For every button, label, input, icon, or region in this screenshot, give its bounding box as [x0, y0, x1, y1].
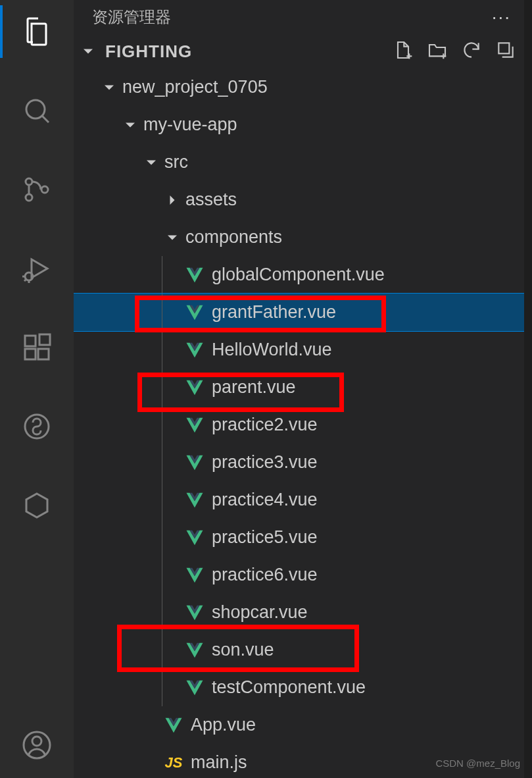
run-debug-tab-icon[interactable]	[0, 242, 74, 295]
file-label: testComponent.vue	[212, 677, 366, 698]
chevron-down-icon	[142, 153, 160, 172]
folder-label: components	[185, 227, 282, 247]
vue-file-icon	[184, 302, 205, 323]
chevron-down-icon	[100, 78, 118, 97]
collapse-all-icon[interactable]	[495, 39, 516, 63]
file-helloworld[interactable]: HelloWorld.vue	[74, 331, 524, 369]
file-practice2[interactable]: practice2.vue	[74, 406, 524, 444]
svg-rect-22	[498, 43, 509, 53]
file-shopcar[interactable]: shopcar.vue	[74, 594, 524, 631]
folder-new-project[interactable]: new_project_0705	[74, 68, 524, 106]
svg-point-17	[32, 737, 41, 746]
chevron-down-icon	[163, 228, 181, 247]
file-label: son.vue	[212, 640, 274, 660]
file-parent[interactable]: parent.vue	[74, 369, 524, 406]
folder-label: my-vue-app	[143, 115, 237, 135]
file-label: practice4.vue	[212, 490, 318, 510]
explorer-tab-icon[interactable]	[0, 5, 74, 58]
new-file-icon[interactable]	[393, 39, 414, 63]
svg-point-4	[41, 186, 48, 193]
svg-marker-5	[32, 259, 47, 278]
vue-file-icon	[184, 452, 205, 473]
copilot-tab-icon[interactable]	[0, 400, 74, 453]
file-label: practice6.vue	[212, 565, 318, 585]
svg-rect-13	[39, 334, 50, 345]
file-practice5[interactable]: practice5.vue	[74, 519, 524, 556]
folder-components[interactable]: components	[74, 219, 524, 256]
folder-my-vue-app[interactable]: my-vue-app	[74, 106, 524, 143]
chevron-right-icon	[163, 191, 181, 209]
vue-file-icon	[184, 565, 205, 586]
vue-file-icon	[184, 340, 205, 361]
file-label: App.vue	[191, 715, 256, 735]
right-edge	[524, 0, 532, 778]
file-testcomponent[interactable]: testComponent.vue	[74, 669, 524, 706]
hexagon-tab-icon[interactable]	[0, 479, 74, 532]
svg-line-9	[24, 279, 26, 281]
file-label: grantFather.vue	[212, 302, 336, 323]
vue-file-icon	[184, 377, 205, 398]
file-label: practice5.vue	[212, 527, 318, 548]
svg-line-1	[42, 116, 49, 122]
new-folder-icon[interactable]	[427, 39, 448, 63]
vue-file-icon	[163, 715, 184, 736]
js-file-icon: JS	[163, 752, 184, 773]
vue-file-icon	[184, 490, 205, 511]
chevron-down-icon	[79, 42, 97, 61]
activity-bar	[0, 0, 74, 778]
file-label: main.js	[191, 752, 247, 773]
file-globalcomponent[interactable]: globalComponent.vue	[74, 256, 524, 294]
vue-file-icon	[184, 265, 205, 286]
file-tree: new_project_0705 my-vue-app src assets c…	[74, 68, 524, 778]
file-grantfather[interactable]: grantFather.vue	[74, 294, 524, 331]
svg-rect-11	[25, 349, 36, 359]
folder-label: new_project_0705	[122, 77, 268, 97]
file-practice6[interactable]: practice6.vue	[74, 556, 524, 594]
svg-rect-10	[25, 336, 36, 346]
folder-label: assets	[185, 190, 237, 210]
svg-point-3	[26, 194, 32, 201]
account-icon[interactable]	[0, 719, 74, 771]
svg-rect-12	[38, 349, 49, 359]
vue-file-icon	[184, 640, 205, 661]
folder-src[interactable]: src	[74, 143, 524, 181]
file-label: practice2.vue	[212, 415, 318, 435]
svg-marker-15	[26, 494, 47, 517]
sidebar-header: 资源管理器 ···	[74, 0, 524, 34]
source-control-tab-icon[interactable]	[0, 163, 74, 216]
svg-point-0	[26, 100, 45, 118]
svg-point-2	[26, 178, 32, 185]
vue-file-icon	[184, 677, 205, 698]
file-practice4[interactable]: practice4.vue	[74, 481, 524, 519]
vue-file-icon	[184, 527, 205, 548]
workspace-name: FIGHTING	[105, 41, 192, 62]
vue-file-icon	[184, 602, 205, 623]
file-label: HelloWorld.vue	[212, 340, 332, 360]
file-label: practice3.vue	[212, 452, 318, 473]
file-label: globalComponent.vue	[212, 265, 385, 285]
workspace-section-header[interactable]: FIGHTING	[74, 34, 524, 68]
chevron-down-icon	[121, 116, 139, 134]
file-son[interactable]: son.vue	[74, 631, 524, 669]
folder-label: src	[164, 152, 188, 172]
sidebar-title: 资源管理器	[92, 7, 171, 28]
more-actions-icon[interactable]: ···	[492, 7, 511, 28]
folder-assets[interactable]: assets	[74, 181, 524, 219]
watermark: CSDN @mez_Blog	[435, 758, 520, 769]
section-actions	[393, 39, 516, 63]
extensions-tab-icon[interactable]	[0, 321, 74, 374]
file-label: parent.vue	[212, 377, 296, 398]
refresh-icon[interactable]	[461, 39, 482, 63]
file-app-vue[interactable]: App.vue	[74, 706, 524, 744]
search-tab-icon[interactable]	[0, 84, 74, 137]
vue-file-icon	[184, 415, 205, 436]
file-label: shopcar.vue	[212, 602, 308, 623]
explorer-sidebar: 资源管理器 ··· FIGHTING new_project_0705 my-v…	[74, 0, 524, 778]
file-practice3[interactable]: practice3.vue	[74, 444, 524, 481]
